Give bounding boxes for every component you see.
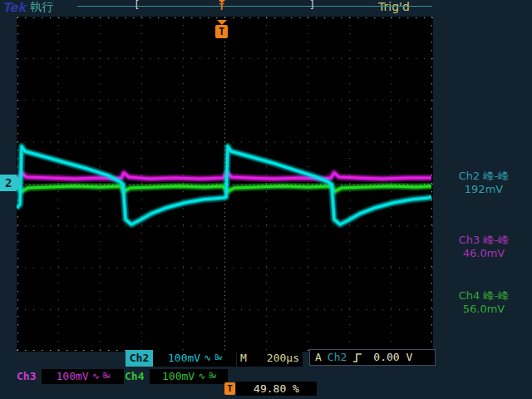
timebase-value: 200μs <box>267 350 299 367</box>
bandwidth-limit-icon: Bw <box>214 350 221 367</box>
acquisition-status: 執行 <box>30 0 53 15</box>
timebase-readout: M 200μs <box>237 350 303 367</box>
coupling-wave-icon: ∿ <box>198 368 205 385</box>
ch2-scale-readout: 100mV ∿Bw <box>153 350 236 367</box>
measurement-type: 峰-峰 <box>484 234 510 246</box>
measurement-ch4-pkpk: Ch4 峰-峰 56.0mV <box>439 289 529 316</box>
trigger-source: Ch2 <box>328 349 347 366</box>
ch4-scale-readout: 100mV ∿Bw <box>150 369 228 384</box>
measurement-ch3-pkpk: Ch3 峰-峰 46.0mV <box>439 234 529 260</box>
trigger-marker-letter: T <box>216 3 227 11</box>
trigger-position-marker-icon: T <box>216 0 227 11</box>
trigger-status: Trig'd <box>378 0 410 13</box>
rising-edge-icon <box>352 352 362 363</box>
trigger-marker-letter: T <box>215 25 228 38</box>
timebase-label: M <box>240 350 247 367</box>
horizontal-position-value: 49.80 % <box>254 382 299 395</box>
measurement-value: 46.0mV <box>439 247 529 260</box>
bandwidth-limit-icon: Bw <box>209 368 215 385</box>
measurement-type: 峰-峰 <box>484 170 510 182</box>
trigger-readout: A Ch2 0.00 V <box>309 349 436 366</box>
coupling-wave-icon: ∿ <box>204 350 211 367</box>
ch4-channel-label: Ch4 <box>125 369 144 384</box>
record-view-bar <box>77 6 432 7</box>
bandwidth-limit-icon: Bw <box>103 368 110 385</box>
horizontal-position-readout: 49.80 % <box>236 382 317 396</box>
waveform-plot <box>17 17 433 352</box>
tek-logo: Tek <box>2 0 26 15</box>
measurement-type: 峰-峰 <box>484 289 510 302</box>
record-view-right-bracket: ] <box>309 0 315 11</box>
measurement-ch2-pkpk: Ch2 峰-峰 192mV <box>439 170 529 196</box>
trigger-mode: A <box>315 349 322 366</box>
ch3-channel-label: Ch3 <box>17 369 36 384</box>
ch2-channel-badge: Ch2 <box>126 350 153 367</box>
horizontal-position-icon: T <box>224 382 235 395</box>
measurement-channel: Ch3 <box>459 234 480 246</box>
ch2-scale-value: 100mV <box>168 350 200 367</box>
trigger-level: 0.00 V <box>373 349 412 366</box>
graticule <box>17 17 433 352</box>
ch3-scale-readout: 100mV ∿Bw <box>42 369 124 384</box>
trigger-time-marker-icon: T <box>215 20 228 38</box>
oscilloscope-screen: Tek 執行 Trig'd [ ] T T 2 Ch2 峰-峰 192mV Ch… <box>0 0 532 399</box>
measurement-channel: Ch2 <box>459 170 480 182</box>
measurement-value: 192mV <box>439 183 529 196</box>
measurement-value: 56.0mV <box>439 303 529 316</box>
coupling-wave-icon: ∿ <box>92 368 100 385</box>
ch4-scale-value: 100mV <box>162 368 195 385</box>
record-view-left-bracket: [ <box>134 0 140 11</box>
ch3-scale-value: 100mV <box>57 368 89 385</box>
measurement-channel: Ch4 <box>459 289 480 302</box>
